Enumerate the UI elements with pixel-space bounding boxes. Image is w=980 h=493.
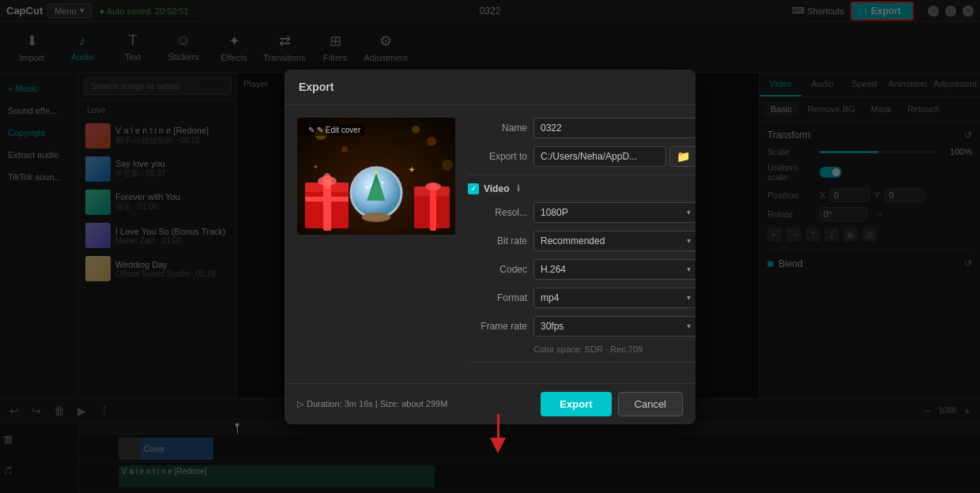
framerate-label: Frame rate xyxy=(468,321,527,332)
export-modal: Export xyxy=(285,70,695,424)
resolution-select-wrapper: 1080P 720P 4K xyxy=(533,202,695,223)
duration-icon: ▷ xyxy=(297,399,303,409)
resolution-select[interactable]: 1080P 720P 4K xyxy=(533,202,695,223)
svg-point-23 xyxy=(425,183,441,190)
video-section-header: ✓ Video ℹ xyxy=(468,183,695,194)
format-label: Format xyxy=(468,292,527,303)
format-select-wrapper: mp4 mov avi xyxy=(533,288,695,308)
export-form: Name Export to 📁 ✓ Video xyxy=(468,118,695,371)
format-row: Format mp4 mov avi xyxy=(468,288,695,308)
codec-select-wrapper: H.264 H.265 xyxy=(533,259,695,280)
export-confirm-button[interactable]: Export xyxy=(541,392,611,416)
svg-point-5 xyxy=(442,160,453,171)
format-select[interactable]: mp4 mov avi xyxy=(533,288,695,308)
svg-text:✦: ✦ xyxy=(408,164,416,175)
video-checkbox[interactable]: ✓ xyxy=(468,183,479,194)
export-to-label: Export to xyxy=(468,151,527,162)
svg-point-11 xyxy=(322,173,332,189)
name-row: Name xyxy=(468,118,695,138)
modal-footer: ▷ Duration: 3m 16s | Size: about 299M Ex… xyxy=(285,383,695,424)
color-space-text: Color space: SDR · Rec.709 xyxy=(533,344,695,354)
modal-preview: ✦ ✦ ✎ ✎ Edit cover xyxy=(297,118,455,371)
svg-point-4 xyxy=(341,146,348,152)
edit-cover-button[interactable]: ✎ ✎ Edit cover xyxy=(303,124,365,136)
audio-divider xyxy=(468,362,695,363)
framerate-select[interactable]: 30fps 24fps 60fps xyxy=(533,316,695,337)
modal-overlay: Export xyxy=(0,0,980,493)
bitrate-row: Bit rate Recommended Low High xyxy=(468,231,695,251)
svg-rect-9 xyxy=(305,197,349,201)
resolution-label: Resol... xyxy=(468,207,527,218)
resolution-row: Resol... 1080P 720P 4K xyxy=(468,202,695,223)
svg-point-3 xyxy=(412,126,420,134)
duration-info: ▷ Duration: 3m 16s | Size: about 299M xyxy=(297,399,447,409)
framerate-select-wrapper: 30fps 24fps 60fps xyxy=(533,316,695,337)
export-form-scrollable: Name Export to 📁 ✓ Video xyxy=(468,118,695,371)
video-divider xyxy=(468,175,695,175)
bitrate-select[interactable]: Recommended Low High xyxy=(533,231,695,251)
modal-actions: Export Cancel xyxy=(541,392,683,416)
bitrate-label: Bit rate xyxy=(468,235,527,246)
video-section-label: Video xyxy=(484,183,509,194)
framerate-row: Frame rate 30fps 24fps 60fps xyxy=(468,316,695,337)
svg-point-16 xyxy=(375,171,378,174)
export-to-field: 📁 xyxy=(533,146,695,167)
export-path-input[interactable] xyxy=(533,146,666,167)
svg-point-19 xyxy=(371,177,373,179)
modal-header: Export xyxy=(285,70,695,105)
name-input[interactable] xyxy=(533,118,695,138)
codec-label: Codec xyxy=(468,264,527,275)
svg-point-17 xyxy=(365,186,368,189)
duration-text: Duration: 3m 16s | Size: about 299M xyxy=(307,399,447,408)
export-to-row: Export to 📁 xyxy=(468,146,695,167)
video-info-icon: ℹ xyxy=(517,183,520,194)
svg-text:✦: ✦ xyxy=(313,164,318,171)
browse-folder-button[interactable]: 📁 xyxy=(669,146,695,167)
codec-select[interactable]: H.264 H.265 xyxy=(533,259,695,280)
svg-point-18 xyxy=(382,181,384,183)
edit-icon: ✎ xyxy=(308,126,315,134)
bitrate-select-wrapper: Recommended Low High xyxy=(533,231,695,251)
name-label: Name xyxy=(468,122,527,134)
preview-thumbnail: ✦ ✦ ✎ ✎ Edit cover xyxy=(297,118,455,235)
svg-point-13 xyxy=(362,213,390,222)
cancel-button[interactable]: Cancel xyxy=(618,392,683,416)
codec-row: Codec H.264 H.265 xyxy=(468,259,695,280)
svg-point-2 xyxy=(427,137,436,146)
modal-body: ✦ ✦ ✎ ✎ Edit cover Name xyxy=(285,105,695,383)
